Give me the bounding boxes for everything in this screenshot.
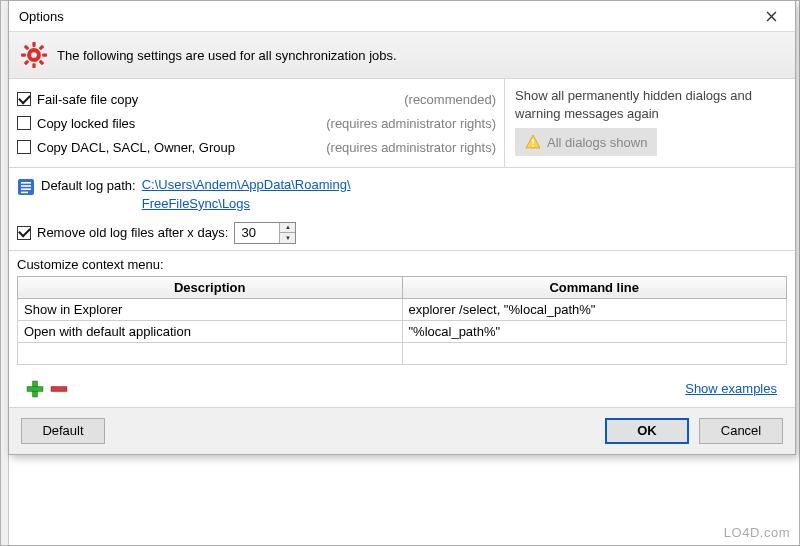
log-path-line1: C:\Users\Andem\AppData\Roaming\ [142,177,351,192]
svg-point-0 [29,50,39,60]
copydacl-label: Copy DACL, SACL, Owner, Group [37,140,235,155]
cell-cmd[interactable]: "%local_path%" [402,320,787,342]
titlebar: Options [9,1,795,31]
table-row[interactable]: Open with default application "%local_pa… [18,320,787,342]
svg-rect-3 [21,53,26,56]
close-icon [766,11,777,22]
header-band: The following settings are used for all … [9,31,795,79]
failsafe-checkbox[interactable] [17,92,31,106]
remove-logs-label: Remove old log files after x days: [37,225,228,240]
svg-rect-1 [32,42,35,47]
options-row: Fail-safe file copy (recommended) Copy l… [9,79,795,168]
copydacl-hint: (requires administrator rights) [326,140,496,155]
log-icon [17,178,35,196]
cancel-button[interactable]: Cancel [699,418,783,444]
failsafe-label: Fail-safe file copy [37,92,138,107]
svg-rect-8 [39,60,45,66]
svg-rect-6 [24,60,30,66]
default-button[interactable]: Default [21,418,105,444]
table-row[interactable] [18,342,787,364]
copylocked-checkbox[interactable] [17,116,31,130]
cell-cmd[interactable]: explorer /select, "%local_path%" [402,298,787,320]
header-message: The following settings are used for all … [57,48,397,63]
log-path-line2: FreeFileSync\Logs [142,196,250,211]
minus-icon [50,380,68,398]
context-menu-section: Customize context menu: Description Comm… [9,251,795,407]
log-section: Default log path: C:\Users\Andem\AppData… [9,168,795,251]
days-spinbox: ▲ ▼ [234,222,296,244]
context-menu-label: Customize context menu: [17,257,787,272]
svg-rect-10 [532,145,534,147]
svg-rect-9 [532,139,534,144]
all-dialogs-shown-label: All dialogs shown [547,135,647,150]
svg-rect-4 [42,53,47,56]
days-input[interactable] [235,223,279,243]
remove-row-button[interactable] [49,379,69,399]
ok-button[interactable]: OK [605,418,689,444]
hidden-dialogs-message: Show all permanently hidden dialogs and … [515,87,785,122]
svg-rect-15 [21,192,28,194]
add-row-button[interactable] [25,379,45,399]
svg-rect-12 [21,182,31,184]
all-dialogs-shown-button[interactable]: All dialogs shown [515,128,657,156]
window-title: Options [19,9,64,24]
close-button[interactable] [757,5,785,27]
warning-icon [525,134,541,150]
gear-icon [21,42,47,68]
svg-rect-18 [51,386,67,391]
table-row[interactable]: Show in Explorer explorer /select, "%loc… [18,298,787,320]
copylocked-label: Copy locked files [37,116,135,131]
copydacl-checkbox[interactable] [17,140,31,154]
log-path-link[interactable]: C:\Users\Andem\AppData\Roaming\ FreeFile… [142,176,351,214]
cell-cmd[interactable] [402,342,787,364]
add-remove-buttons [25,379,69,399]
col-commandline: Command line [402,276,787,298]
days-spin-down[interactable]: ▼ [280,233,295,243]
remove-logs-checkbox[interactable] [17,226,31,240]
svg-rect-7 [24,45,30,51]
svg-rect-5 [39,45,45,51]
sync-options: Fail-safe file copy (recommended) Copy l… [9,79,505,167]
days-spin-up[interactable]: ▲ [280,223,295,234]
svg-rect-14 [21,188,31,190]
svg-rect-13 [21,185,31,187]
button-bar: Default OK Cancel [9,407,795,454]
log-path-label: Default log path: [41,178,136,193]
cell-desc[interactable]: Show in Explorer [18,298,403,320]
show-examples-link[interactable]: Show examples [685,381,777,396]
cell-desc[interactable]: Open with default application [18,320,403,342]
hidden-dialogs-panel: Show all permanently hidden dialogs and … [505,79,795,167]
context-menu-table: Description Command line Show in Explore… [17,276,787,365]
plus-icon [26,380,44,398]
col-description: Description [18,276,403,298]
failsafe-hint: (recommended) [404,92,496,107]
svg-rect-2 [32,63,35,68]
copylocked-hint: (requires administrator rights) [326,116,496,131]
cell-desc[interactable] [18,342,403,364]
options-dialog: Options The following settings ar [8,0,796,455]
svg-rect-17 [27,386,43,391]
